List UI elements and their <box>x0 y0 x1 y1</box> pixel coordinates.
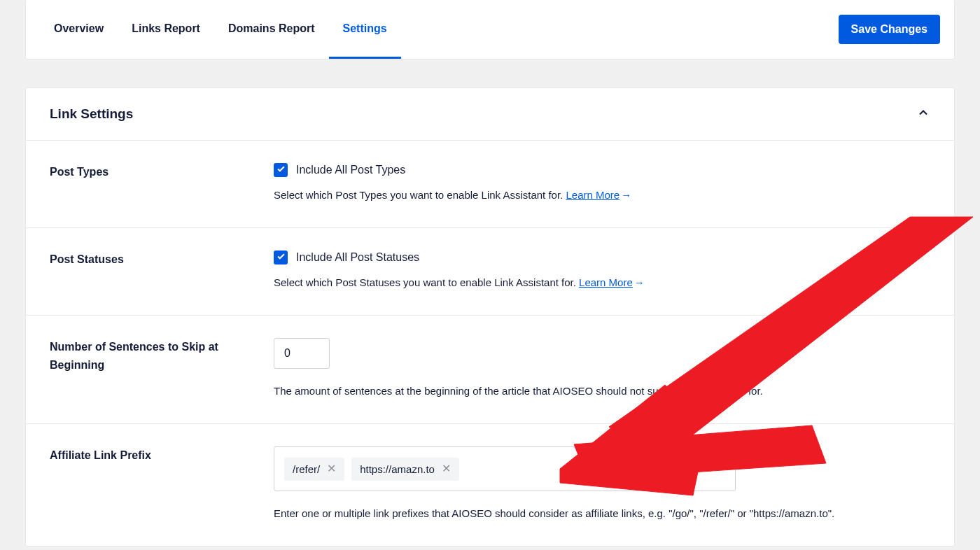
tag-item: https://amazn.to ✕ <box>351 458 459 481</box>
tab-overview[interactable]: Overview <box>40 0 118 59</box>
card-title: Link Settings <box>50 106 133 122</box>
check-icon <box>276 164 286 176</box>
post-types-checkbox[interactable] <box>274 163 288 177</box>
post-statuses-label: Post Statuses <box>50 251 274 291</box>
tag-label: https://amazn.to <box>360 463 435 475</box>
check-icon <box>276 251 286 264</box>
arrow-right-icon: → <box>621 187 631 204</box>
arrow-right-icon: → <box>634 274 645 291</box>
row-skip-sentences: Number of Sentences to Skip at Beginning… <box>26 316 954 424</box>
affiliate-prefix-help: Enter one or multiple link prefixes that… <box>274 505 930 522</box>
post-statuses-learn-more[interactable]: Learn More <box>579 276 633 288</box>
post-statuses-help: Select which Post Statuses you want to e… <box>274 274 930 291</box>
tag-remove[interactable]: ✕ <box>327 463 336 474</box>
post-statuses-checkbox[interactable] <box>274 251 288 265</box>
row-post-types: Post Types Include All Post Types Select… <box>26 141 954 228</box>
tab-links-report[interactable]: Links Report <box>118 0 214 59</box>
row-post-statuses: Post Statuses Include All Post Statuses … <box>26 228 954 316</box>
post-types-label: Post Types <box>50 163 274 204</box>
skip-sentences-input[interactable] <box>274 338 330 369</box>
tag-label: /refer/ <box>293 463 320 475</box>
affiliate-prefix-input[interactable]: /refer/ ✕ https://amazn.to ✕ <box>274 446 736 491</box>
row-affiliate-prefix: Affiliate Link Prefix /refer/ ✕ https://… <box>26 424 954 546</box>
tab-domains-report[interactable]: Domains Report <box>214 0 329 59</box>
collapse-toggle[interactable] <box>916 107 930 121</box>
card-header: Link Settings <box>26 88 954 141</box>
tab-settings[interactable]: Settings <box>329 0 401 59</box>
skip-sentences-label: Number of Sentences to Skip at Beginning <box>50 338 274 400</box>
chevron-up-icon <box>916 106 930 122</box>
post-types-check-label: Include All Post Types <box>296 164 405 176</box>
affiliate-prefix-label: Affiliate Link Prefix <box>50 446 274 522</box>
tabs-bar: Overview Links Report Domains Report Set… <box>25 0 955 59</box>
post-types-learn-more[interactable]: Learn More <box>566 189 620 201</box>
close-icon: ✕ <box>442 463 451 474</box>
tabs-container: Overview Links Report Domains Report Set… <box>40 0 401 59</box>
post-statuses-check-label: Include All Post Statuses <box>296 251 419 264</box>
tag-item: /refer/ ✕ <box>284 458 344 481</box>
post-types-help: Select which Post Types you want to enab… <box>274 187 930 204</box>
close-icon: ✕ <box>327 463 336 474</box>
tag-remove[interactable]: ✕ <box>442 463 451 474</box>
skip-sentences-help: The amount of sentences at the beginning… <box>274 383 930 400</box>
link-settings-card: Link Settings Post Types Include All Pos… <box>25 87 955 547</box>
save-button[interactable]: Save Changes <box>839 15 940 44</box>
